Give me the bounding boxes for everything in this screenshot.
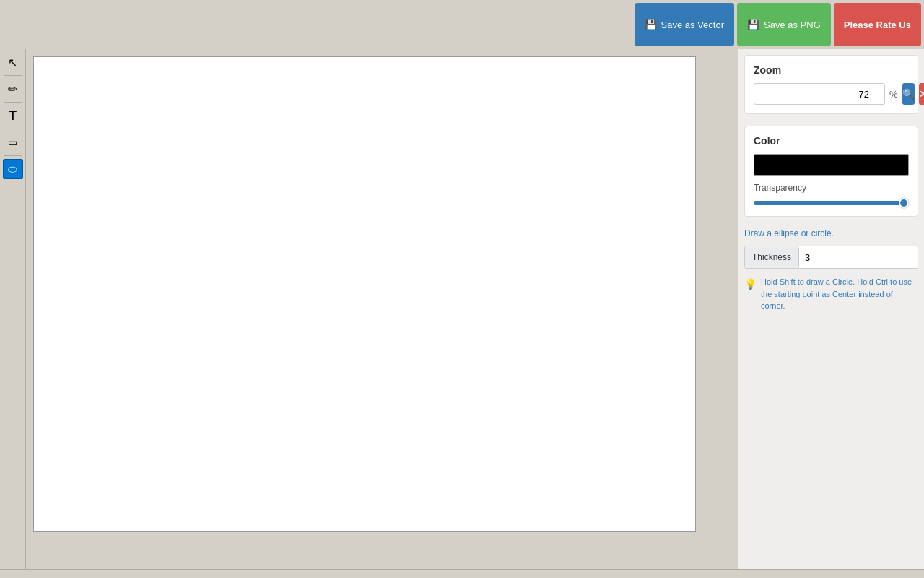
- color-swatch[interactable]: [754, 154, 909, 176]
- tool-divider-2: [4, 102, 22, 103]
- zoom-title: Zoom: [754, 64, 909, 76]
- thickness-label: Thickness: [745, 248, 799, 267]
- select-tool-button[interactable]: ↖: [3, 52, 23, 72]
- draw-section: Draw a ellipse or circle. Thickness 💡 Ho…: [744, 228, 918, 312]
- ellipse-icon: ⬭: [8, 163, 17, 176]
- canvas-area[interactable]: [26, 49, 738, 569]
- zoom-section: Zoom % 🔍 ✕: [744, 55, 918, 114]
- zoom-row: % 🔍 ✕: [754, 83, 909, 105]
- draw-hint: Draw a ellipse or circle.: [744, 228, 918, 238]
- tool-divider-4: [4, 155, 22, 156]
- drawing-canvas[interactable]: [33, 56, 696, 532]
- zoom-search-button[interactable]: 🔍: [902, 83, 915, 105]
- ellipse-tool-button[interactable]: ⬭: [3, 159, 23, 179]
- bottom-scrollbar: [0, 569, 924, 578]
- tip-icon: 💡: [744, 277, 757, 292]
- right-panel: Zoom % 🔍 ✕ Color Transparency Draw a ell…: [738, 49, 924, 569]
- tool-divider-3: [4, 129, 22, 129]
- save-vector-button[interactable]: 💾 Save as Vector: [635, 3, 734, 46]
- transparency-label: Transparency: [754, 183, 909, 193]
- rectangle-tool-button[interactable]: ▭: [3, 132, 23, 152]
- main-content: ↖ ✏ T ▭ ⬭ Zoom % 🔍: [0, 49, 924, 569]
- thickness-row: Thickness: [744, 246, 918, 269]
- pen-tool-button[interactable]: ✏: [3, 79, 23, 99]
- color-title: Color: [754, 135, 909, 147]
- top-toolbar: 💾 Save as Vector 💾 Save as PNG Please Ra…: [0, 0, 924, 49]
- thickness-input[interactable]: [799, 246, 918, 268]
- left-toolbar: ↖ ✏ T ▭ ⬭: [0, 49, 26, 569]
- tool-divider-1: [4, 75, 22, 76]
- zoom-clear-button[interactable]: ✕: [919, 83, 924, 105]
- rate-button[interactable]: Please Rate Us: [834, 3, 921, 46]
- tip-text: Hold Shift to draw a Circle. Hold Ctrl t…: [761, 276, 918, 312]
- text-icon: T: [9, 108, 17, 124]
- pen-icon: ✏: [8, 82, 17, 96]
- zoom-percent-label: %: [889, 89, 898, 100]
- select-icon: ↖: [8, 56, 17, 69]
- text-tool-button[interactable]: T: [3, 105, 23, 126]
- close-icon: ✕: [919, 88, 924, 100]
- save-png-button[interactable]: 💾 Save as PNG: [737, 3, 831, 46]
- color-section: Color Transparency: [744, 126, 918, 217]
- save-vector-icon: 💾: [645, 19, 657, 30]
- tip-row: 💡 Hold Shift to draw a Circle. Hold Ctrl…: [744, 276, 918, 312]
- save-png-icon: 💾: [747, 19, 759, 30]
- search-icon: 🔍: [902, 88, 915, 100]
- rectangle-icon: ▭: [8, 137, 17, 148]
- transparency-slider[interactable]: [754, 201, 909, 205]
- zoom-input[interactable]: [754, 83, 885, 105]
